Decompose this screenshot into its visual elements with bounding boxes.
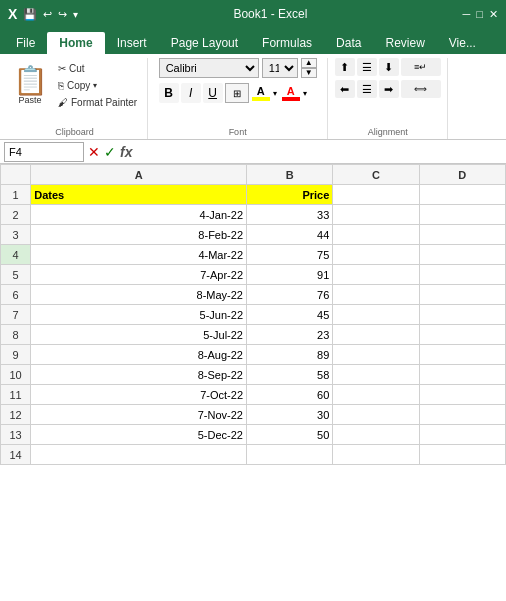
cell-D7[interactable] [419,305,505,325]
cell-B2[interactable]: 33 [247,205,333,225]
italic-button[interactable]: I [181,83,201,103]
col-header-D[interactable]: D [419,165,505,185]
undo-icon[interactable]: ↩ [43,8,52,21]
cell-C1[interactable] [333,185,419,205]
cancel-formula-icon[interactable]: ✕ [88,144,100,160]
align-left-button[interactable]: ⬅ [335,80,355,98]
cell-B7[interactable]: 45 [247,305,333,325]
highlight-color-button[interactable]: A [251,85,271,101]
cell-D6[interactable] [419,285,505,305]
highlight-dropdown-icon[interactable]: ▾ [273,89,277,98]
cell-D12[interactable] [419,405,505,425]
cell-D14[interactable] [419,445,505,465]
row-number-2[interactable]: 2 [1,205,31,225]
align-center-button[interactable]: ☰ [357,80,377,98]
cell-D4[interactable] [419,245,505,265]
row-number-9[interactable]: 9 [1,345,31,365]
font-size-decrease-button[interactable]: ▼ [301,68,317,78]
cell-C7[interactable] [333,305,419,325]
merge-center-button[interactable]: ⟺ [401,80,441,98]
font-name-select[interactable]: Calibri [159,58,259,78]
bold-button[interactable]: B [159,83,179,103]
cell-A3[interactable]: 8-Feb-22 [31,225,247,245]
cell-A5[interactable]: 7-Apr-22 [31,265,247,285]
tab-formulas[interactable]: Formulas [250,32,324,54]
save-icon[interactable]: 💾 [23,8,37,21]
align-right-button[interactable]: ➡ [379,80,399,98]
cell-B8[interactable]: 23 [247,325,333,345]
col-header-A[interactable]: A [31,165,247,185]
cell-B11[interactable]: 60 [247,385,333,405]
cell-D5[interactable] [419,265,505,285]
col-header-B[interactable]: B [247,165,333,185]
cell-C12[interactable] [333,405,419,425]
row-number-7[interactable]: 7 [1,305,31,325]
cell-B10[interactable]: 58 [247,365,333,385]
minimize-icon[interactable]: ─ [463,8,471,21]
row-number-14[interactable]: 14 [1,445,31,465]
corner-header[interactable] [1,165,31,185]
customize-icon[interactable]: ▾ [73,9,78,20]
close-icon[interactable]: ✕ [489,8,498,21]
row-number-4[interactable]: 4 [1,245,31,265]
cell-B5[interactable]: 91 [247,265,333,285]
cell-A14[interactable] [31,445,247,465]
cell-C9[interactable] [333,345,419,365]
row-number-3[interactable]: 3 [1,225,31,245]
cell-A10[interactable]: 8-Sep-22 [31,365,247,385]
cut-button[interactable]: ✂ Cut [54,60,141,77]
cell-B6[interactable]: 76 [247,285,333,305]
cell-A2[interactable]: 4-Jan-22 [31,205,247,225]
cell-D1[interactable] [419,185,505,205]
row-number-12[interactable]: 12 [1,405,31,425]
align-bottom-button[interactable]: ⬇ [379,58,399,76]
cell-D11[interactable] [419,385,505,405]
align-top-button[interactable]: ⬆ [335,58,355,76]
cell-C11[interactable] [333,385,419,405]
cell-D3[interactable] [419,225,505,245]
cell-D8[interactable] [419,325,505,345]
cell-D13[interactable] [419,425,505,445]
tab-view[interactable]: Vie... [437,32,488,54]
cell-B9[interactable]: 89 [247,345,333,365]
cell-D2[interactable] [419,205,505,225]
cell-C4[interactable] [333,245,419,265]
col-header-C[interactable]: C [333,165,419,185]
tab-file[interactable]: File [4,32,47,54]
cell-A9[interactable]: 8-Aug-22 [31,345,247,365]
copy-button[interactable]: ⎘ Copy ▾ [54,77,141,94]
cell-A8[interactable]: 5-Jul-22 [31,325,247,345]
cell-C13[interactable] [333,425,419,445]
border-button[interactable]: ⊞ [225,83,249,103]
cell-A1[interactable]: Dates [31,185,247,205]
cell-C14[interactable] [333,445,419,465]
cell-A6[interactable]: 8-May-22 [31,285,247,305]
restore-icon[interactable]: □ [476,8,483,21]
cell-A4[interactable]: 4-Mar-22 [31,245,247,265]
underline-button[interactable]: U [203,83,223,103]
redo-icon[interactable]: ↪ [58,8,67,21]
cell-B13[interactable]: 50 [247,425,333,445]
font-size-select[interactable]: 11 [262,58,298,78]
cell-A7[interactable]: 5-Jun-22 [31,305,247,325]
cell-B4[interactable]: 75 [247,245,333,265]
row-number-6[interactable]: 6 [1,285,31,305]
tab-home[interactable]: Home [47,32,104,54]
cell-B14[interactable] [247,445,333,465]
wrap-text-button[interactable]: ≡↵ [401,58,441,76]
cell-B1[interactable]: Price [247,185,333,205]
copy-dropdown-icon[interactable]: ▾ [93,81,97,90]
cell-D10[interactable] [419,365,505,385]
insert-function-icon[interactable]: fx [120,144,132,160]
formula-input[interactable] [136,142,502,162]
tab-data[interactable]: Data [324,32,373,54]
paste-button[interactable]: 📋 Paste [8,58,52,114]
row-number-11[interactable]: 11 [1,385,31,405]
cell-C2[interactable] [333,205,419,225]
tab-review[interactable]: Review [373,32,436,54]
cell-C8[interactable] [333,325,419,345]
cell-D9[interactable] [419,345,505,365]
row-number-5[interactable]: 5 [1,265,31,285]
row-number-13[interactable]: 13 [1,425,31,445]
font-color-dropdown-icon[interactable]: ▾ [303,89,307,98]
